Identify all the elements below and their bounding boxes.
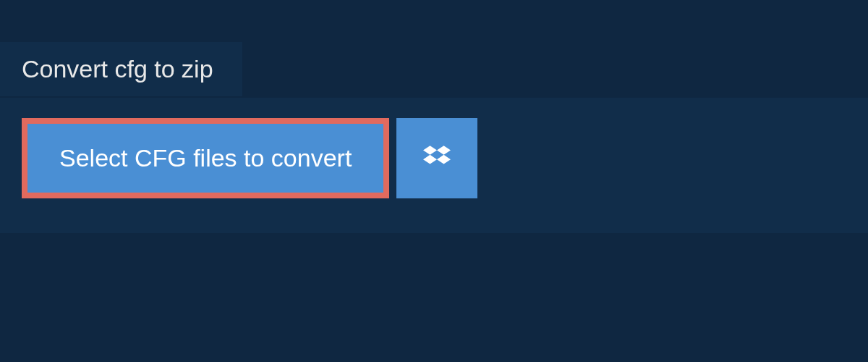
dropbox-icon — [423, 143, 451, 173]
conversion-panel: Select CFG files to convert — [0, 98, 868, 233]
highlight-frame: Select CFG files to convert — [22, 118, 389, 198]
tab-label: Convert cfg to zip — [22, 55, 213, 83]
select-files-button[interactable]: Select CFG files to convert — [27, 124, 383, 193]
button-row: Select CFG files to convert — [22, 118, 846, 198]
select-files-label: Select CFG files to convert — [59, 144, 352, 172]
tab-convert-cfg-zip[interactable]: Convert cfg to zip — [0, 42, 242, 96]
tab-bar: Convert cfg to zip — [0, 42, 242, 96]
dropbox-button[interactable] — [396, 118, 477, 198]
